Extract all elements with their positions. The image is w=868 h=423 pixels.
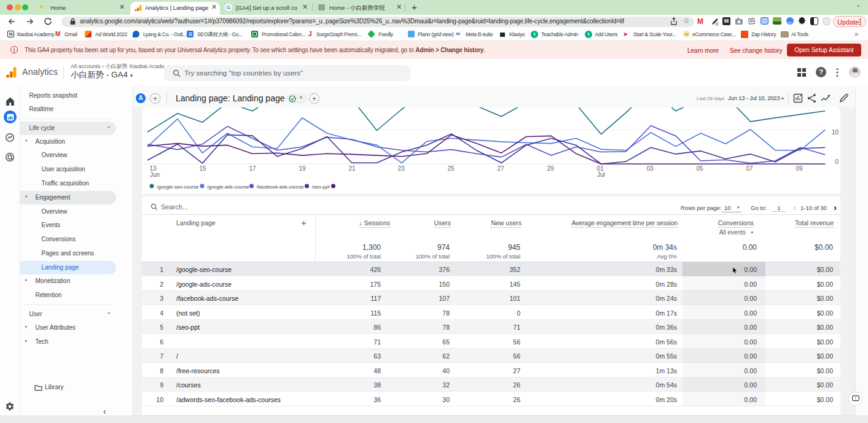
svg-text:07: 07 — [746, 165, 753, 172]
svg-text:10: 10 — [832, 129, 839, 136]
svg-text:/google-seo-course: /google-seo-course — [157, 184, 199, 190]
svg-text:21: 21 — [348, 165, 356, 172]
svg-text:03: 03 — [646, 165, 654, 172]
svg-text:23: 23 — [397, 165, 405, 172]
svg-text:/facebook-ads-course: /facebook-ads-course — [257, 184, 304, 190]
svg-text:19: 19 — [299, 165, 306, 172]
svg-text:Jul: Jul — [597, 171, 605, 178]
svg-text:/google-ads-course: /google-ads-course — [207, 184, 249, 190]
svg-text:25: 25 — [447, 165, 455, 172]
svg-text:0: 0 — [835, 158, 839, 165]
svg-text:17: 17 — [249, 165, 256, 172]
svg-text:/seo-ppt: /seo-ppt — [312, 184, 330, 190]
svg-text:05: 05 — [696, 165, 703, 172]
svg-text:09: 09 — [796, 165, 803, 172]
svg-text:29: 29 — [547, 165, 554, 172]
svg-text:15: 15 — [199, 165, 206, 172]
svg-text:Jun: Jun — [150, 171, 160, 178]
svg-text:27: 27 — [497, 165, 504, 172]
